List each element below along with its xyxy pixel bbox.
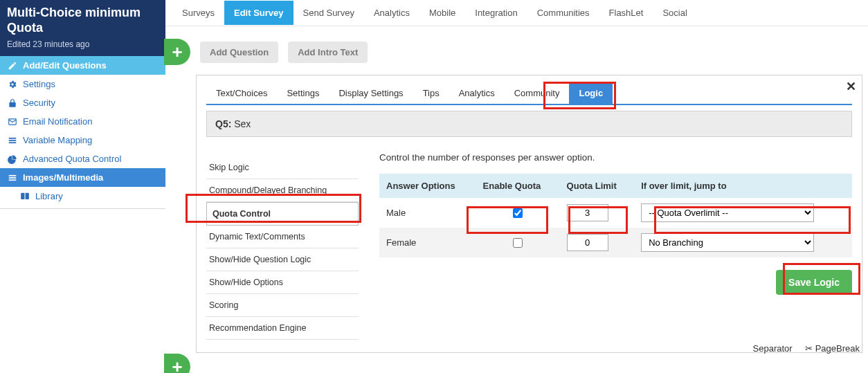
envelope-icon bbox=[7, 117, 17, 126]
gears-icon bbox=[7, 80, 17, 89]
qtab-settings[interactable]: Settings bbox=[277, 82, 329, 104]
footer-tools: Separator ✂ PageBreak bbox=[753, 343, 860, 354]
sidebar-item-email-notification[interactable]: Email Notification bbox=[0, 112, 165, 131]
logic-main: Control the number of responses per answ… bbox=[379, 143, 852, 340]
sidebar-item-images-multimedia[interactable]: Images/Multimedia bbox=[0, 168, 165, 187]
svg-rect-3 bbox=[8, 142, 16, 143]
svg-rect-4 bbox=[8, 175, 16, 176]
logic-description: Control the number of responses per answ… bbox=[379, 152, 852, 163]
svg-rect-2 bbox=[8, 140, 16, 141]
logic-item-skip-logic[interactable]: Skip Logic bbox=[206, 156, 359, 179]
tab-flashlet[interactable]: FlashLet bbox=[599, 1, 653, 25]
svg-rect-5 bbox=[8, 177, 16, 179]
sidebar-item-library[interactable]: Library bbox=[0, 187, 165, 206]
logic-item-compound-delayed-branching[interactable]: Compound/Delayed Branching bbox=[206, 179, 359, 202]
question-body: Skip LogicCompound/Delayed BranchingQuot… bbox=[197, 143, 862, 352]
qtab-logic[interactable]: Logic bbox=[569, 82, 613, 104]
lock-icon bbox=[7, 98, 17, 107]
question-title: Sex bbox=[234, 118, 251, 129]
question-code: Q5: bbox=[215, 118, 231, 129]
question-header: Q5: Sex bbox=[206, 111, 852, 137]
logic-item-quota-control[interactable]: Quota Control bbox=[206, 202, 359, 226]
separator-tool[interactable]: Separator bbox=[753, 343, 793, 354]
tab-social[interactable]: Social bbox=[653, 1, 696, 25]
logic-item-show-hide-options[interactable]: Show/Hide Options bbox=[206, 271, 359, 294]
tab-analytics[interactable]: Analytics bbox=[364, 1, 419, 25]
quota-header: Quota Limit bbox=[560, 174, 635, 198]
add-plus-button[interactable]: + bbox=[164, 39, 190, 65]
edited-timestamp: Edited 23 minutes ago bbox=[7, 39, 159, 49]
sidebar-divider bbox=[0, 208, 165, 209]
quota-limit-input[interactable] bbox=[567, 234, 608, 251]
sidebar-item-label: Variable Mapping bbox=[23, 135, 92, 145]
quota-table: Answer OptionsEnable QuotaQuota LimitIf … bbox=[379, 174, 852, 257]
enable-quota-checkbox[interactable] bbox=[513, 238, 523, 248]
book-icon bbox=[19, 192, 30, 201]
svg-rect-1 bbox=[8, 138, 16, 139]
quota-header: Answer Options bbox=[379, 174, 476, 198]
pagebreak-tool[interactable]: ✂ PageBreak bbox=[805, 343, 860, 354]
svg-rect-6 bbox=[8, 179, 16, 181]
logic-item-recommendation-engine[interactable]: Recommendation Engine bbox=[206, 317, 359, 340]
list-icon bbox=[7, 136, 17, 145]
question-tabs: Text/ChoicesSettingsDisplay SettingsTips… bbox=[197, 75, 862, 104]
question-panel: ✕ Text/ChoicesSettingsDisplay SettingsTi… bbox=[196, 75, 862, 353]
close-icon[interactable]: ✕ bbox=[846, 79, 856, 94]
quota-limit-input[interactable] bbox=[567, 204, 608, 221]
qtab-tips[interactable]: Tips bbox=[413, 82, 449, 104]
save-logic-button[interactable]: Save Logic bbox=[776, 270, 852, 295]
qtab-analytics[interactable]: Analytics bbox=[449, 82, 505, 104]
tab-edit-survey[interactable]: Edit Survey bbox=[224, 1, 293, 25]
tab-send-survey[interactable]: Send Survey bbox=[293, 1, 364, 25]
pagebreak-icon: ✂ bbox=[805, 343, 813, 354]
top-tabs: SurveysEdit SurveySend SurveyAnalyticsMo… bbox=[165, 0, 868, 26]
answer-option-cell: Female bbox=[379, 228, 476, 257]
pencil-icon bbox=[7, 61, 17, 70]
sidebar-item-label: Library bbox=[35, 191, 63, 201]
sidebar-item-security[interactable]: Security bbox=[0, 93, 165, 112]
question-tab-underline bbox=[206, 104, 852, 105]
tab-integration[interactable]: Integration bbox=[465, 1, 527, 25]
sidebar-item-advanced-quota-control[interactable]: Advanced Quota Control bbox=[0, 149, 165, 168]
add-plus-button-bottom[interactable]: + bbox=[164, 354, 190, 373]
logic-sidebar: Skip LogicCompound/Delayed BranchingQuot… bbox=[206, 143, 359, 340]
answer-option-cell: Male bbox=[379, 198, 476, 228]
table-row: FemaleNo Branching bbox=[379, 228, 852, 257]
left-sidebar: Multi-Choice minimum Quota Edited 23 min… bbox=[0, 0, 165, 209]
sidebar-item-settings[interactable]: Settings bbox=[0, 75, 165, 93]
add-question-button[interactable]: Add Question bbox=[200, 42, 278, 63]
tab-communities[interactable]: Communities bbox=[527, 1, 599, 25]
tab-mobile[interactable]: Mobile bbox=[419, 1, 465, 25]
pagebreak-label: PageBreak bbox=[815, 343, 860, 354]
qtab-community[interactable]: Community bbox=[505, 82, 570, 104]
logic-item-show-hide-question-logic[interactable]: Show/Hide Question Logic bbox=[206, 248, 359, 271]
sidebar-item-label: Security bbox=[23, 98, 55, 108]
jump-select[interactable]: -- Quota Overlimit -- bbox=[641, 203, 814, 222]
sidebar-item-add-edit-questions[interactable]: Add/Edit Questions bbox=[0, 56, 165, 75]
sidebar-item-label: Add/Edit Questions bbox=[23, 60, 107, 71]
qtab-text-choices[interactable]: Text/Choices bbox=[206, 82, 277, 104]
sidebar-item-label: Images/Multimedia bbox=[23, 172, 103, 183]
logic-item-dynamic-text-comments[interactable]: Dynamic Text/Comments bbox=[206, 226, 359, 248]
sidebar-item-label: Email Notification bbox=[23, 116, 92, 127]
sidebar-item-label: Settings bbox=[23, 79, 55, 89]
survey-title: Multi-Choice minimum Quota bbox=[7, 6, 159, 35]
enable-quota-checkbox[interactable] bbox=[513, 208, 523, 218]
jump-select[interactable]: No Branching bbox=[641, 233, 814, 252]
pie-icon bbox=[7, 154, 17, 163]
logic-item-scoring[interactable]: Scoring bbox=[206, 294, 359, 317]
sidebar-item-variable-mapping[interactable]: Variable Mapping bbox=[0, 131, 165, 149]
add-intro-text-button[interactable]: Add Intro Text bbox=[288, 42, 368, 63]
add-bar: + Add Question Add Intro Text bbox=[165, 26, 868, 75]
separator-label: Separator bbox=[753, 343, 793, 354]
quota-header: If over limit, jump to bbox=[634, 174, 852, 198]
bars-icon bbox=[7, 173, 17, 182]
sidebar-header: Multi-Choice minimum Quota Edited 23 min… bbox=[0, 0, 165, 56]
tab-surveys[interactable]: Surveys bbox=[172, 1, 224, 25]
qtab-display-settings[interactable]: Display Settings bbox=[329, 82, 413, 104]
main-area: SurveysEdit SurveySend SurveyAnalyticsMo… bbox=[165, 0, 868, 373]
quota-header: Enable Quota bbox=[476, 174, 560, 198]
sidebar-nav: Add/Edit QuestionsSettingsSecurityEmail … bbox=[0, 56, 165, 206]
save-row: Save Logic bbox=[379, 270, 852, 295]
sidebar-item-label: Advanced Quota Control bbox=[23, 154, 121, 164]
